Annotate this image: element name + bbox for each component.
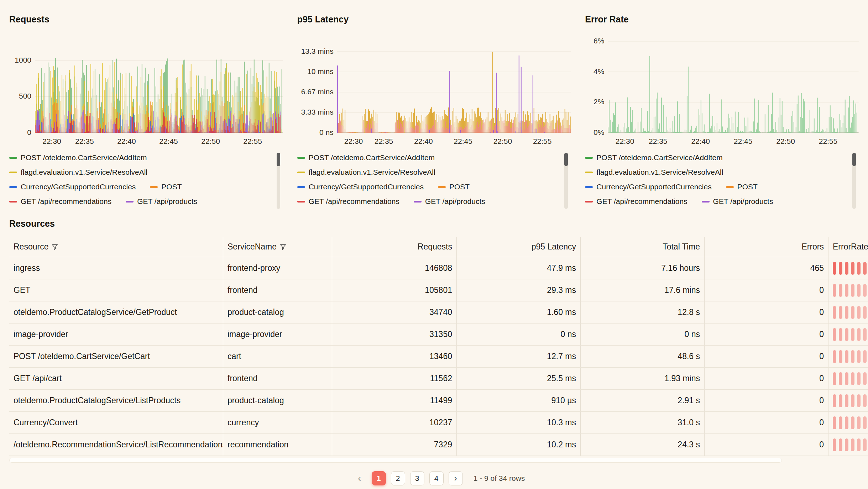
legend-item[interactable]: POST xyxy=(726,182,758,192)
page-button-2[interactable]: 2 xyxy=(391,471,405,485)
table-row[interactable]: image-providerimage-provider313500 ns0 n… xyxy=(9,324,868,346)
column-header-p95-latency[interactable]: p95 Latency xyxy=(456,237,580,257)
legend-label: POST /oteldemo.CartService/AddItem xyxy=(596,153,722,163)
page-button-4[interactable]: 4 xyxy=(429,471,444,485)
legend-item[interactable]: GET /api/products xyxy=(702,196,773,206)
legend-item[interactable]: GET /api/recommendations xyxy=(9,196,111,206)
legend-item[interactable]: flagd.evaluation.v1.Service/ResolveAll xyxy=(9,167,147,177)
legend-item[interactable]: Currency/GetSupportedCurrencies xyxy=(9,182,136,192)
legend-item[interactable]: GET /api/recommendations xyxy=(585,196,687,206)
error-plot: 22:3022:3522:4022:4522:5022:55 xyxy=(608,40,859,148)
error-legend: POST /oteldemo.CartService/AddItemflagd.… xyxy=(585,153,845,206)
resources-table-viewport: Resource ServiceName Requests p95 Latenc… xyxy=(9,237,868,456)
column-label: Errors xyxy=(801,242,824,252)
series-color-dash xyxy=(585,157,593,159)
legend-label: GET /api/products xyxy=(425,196,485,206)
y-tick-label: 1000 xyxy=(15,56,31,64)
legend-item[interactable]: GET /api/recommendations xyxy=(297,196,399,206)
sparkline-bar xyxy=(845,394,848,407)
table-row[interactable]: POST /oteldemo.CartService/GetCartcart13… xyxy=(9,346,868,368)
table-row[interactable]: Currency/Convertcurrency1023710.3 ms31.0… xyxy=(9,412,868,434)
page-button-1[interactable]: 1 xyxy=(372,471,386,485)
cell-resource: oteldemo.ProductCatalogService/ListProdu… xyxy=(9,390,223,411)
y-tick-label: 3.33 mins xyxy=(301,108,334,116)
cell-resource: ingress xyxy=(9,257,223,279)
legend-scrollbar[interactable] xyxy=(852,153,856,209)
legend-item[interactable]: Currency/GetSupportedCurrencies xyxy=(297,182,424,192)
column-header-errors[interactable]: Errors xyxy=(704,237,828,257)
scrollbar-thumb[interactable] xyxy=(564,153,568,166)
cell-total-time: 1.93 mins xyxy=(580,368,704,389)
cell-servicename: recommendation xyxy=(223,434,332,456)
column-header-errorrate[interactable]: ErrorRate xyxy=(828,237,868,257)
horizontal-scrollbar-thumb[interactable] xyxy=(9,458,782,463)
column-header-requests[interactable]: Requests xyxy=(332,237,456,257)
next-page-button[interactable]: › xyxy=(449,471,463,485)
cell-resource: Currency/Convert xyxy=(9,412,223,433)
scrollbar-thumb[interactable] xyxy=(852,153,856,166)
requests-chart[interactable] xyxy=(35,40,283,133)
legend-scrollbar[interactable] xyxy=(277,153,280,209)
x-tick-label: 22:45 xyxy=(159,137,178,146)
legend-item[interactable]: POST xyxy=(150,182,182,192)
sparkline-bar xyxy=(839,284,842,297)
filter-icon[interactable] xyxy=(280,244,286,250)
legend-item[interactable]: flagd.evaluation.v1.Service/ResolveAll xyxy=(585,167,723,177)
cell-errors: 0 xyxy=(704,324,828,345)
cell-errors: 0 xyxy=(704,390,828,411)
column-header-servicename[interactable]: ServiceName xyxy=(223,237,332,257)
sparkline-bar xyxy=(857,284,861,297)
rows-summary: 1 - 9 of 34 rows xyxy=(474,474,525,483)
dashboard-page: Requests 10005000 22:3022:3522:4022:4522… xyxy=(0,0,868,485)
legend-item[interactable]: POST /oteldemo.CartService/AddItem xyxy=(585,153,722,163)
cell-total-time: 12.8 s xyxy=(580,301,704,323)
legend-item[interactable]: POST xyxy=(438,182,470,192)
x-tick-label: 22:35 xyxy=(375,137,393,146)
legend-item[interactable]: GET /api/products xyxy=(126,196,197,206)
legend-item[interactable]: flagd.evaluation.v1.Service/ResolveAll xyxy=(297,167,435,177)
sparkline-bar xyxy=(863,306,867,319)
legend-item[interactable]: Currency/GetSupportedCurrencies xyxy=(585,182,711,192)
error-rate-chart[interactable] xyxy=(608,40,859,133)
table-row[interactable]: oteldemo.ProductCatalogService/GetProduc… xyxy=(9,301,868,324)
sparkline-bar xyxy=(839,394,842,407)
filter-icon[interactable] xyxy=(52,244,58,250)
requests-chart-panel: Requests 10005000 22:3022:3522:4022:4522… xyxy=(9,9,283,206)
legend-item[interactable]: POST /oteldemo.CartService/AddItem xyxy=(297,153,435,163)
series-color-dash xyxy=(702,201,710,203)
column-header-total-time[interactable]: Total Time xyxy=(580,237,704,257)
legend-scrollbar[interactable] xyxy=(564,153,568,209)
scrollbar-thumb[interactable] xyxy=(277,153,280,166)
x-tick-label: 22:35 xyxy=(75,137,94,146)
column-header-resource[interactable]: Resource xyxy=(9,237,223,257)
legend-item[interactable]: POST /oteldemo.CartService/AddItem xyxy=(9,153,147,163)
legend-label: flagd.evaluation.v1.Service/ResolveAll xyxy=(596,167,723,177)
cell-total-time: 7.16 hours xyxy=(580,257,704,279)
legend-label: GET /api/products xyxy=(137,196,197,206)
table-row[interactable]: oteldemo.ProductCatalogService/ListProdu… xyxy=(9,390,868,412)
column-label: p95 Latency xyxy=(532,242,576,252)
table-row[interactable]: GETfrontend10580129.3 ms17.6 mins0 xyxy=(9,279,868,301)
chart-title-requests: Requests xyxy=(9,14,283,25)
sparkline-bar xyxy=(857,306,861,319)
cell-servicename: product-catalog xyxy=(223,301,332,323)
prev-page-button[interactable]: ‹ xyxy=(352,471,367,485)
y-tick-label: 500 xyxy=(19,92,31,100)
latency-x-axis: 22:3022:3522:4022:4522:5022:55 xyxy=(337,136,571,148)
cell-servicename: product-catalog xyxy=(223,390,332,411)
table-row[interactable]: /oteldemo.RecommendationService/ListReco… xyxy=(9,434,868,456)
cell-requests: 34740 xyxy=(332,301,456,323)
horizontal-scrollbar[interactable] xyxy=(9,458,868,463)
cell-p95-latency: 29.3 ms xyxy=(456,279,580,301)
cell-servicename: frontend xyxy=(223,368,332,389)
legend-label: POST xyxy=(737,182,758,192)
cell-requests: 11499 xyxy=(332,390,456,411)
legend-item[interactable]: GET /api/products xyxy=(414,196,485,206)
table-row[interactable]: GET /api/cartfrontend1156225.5 ms1.93 mi… xyxy=(9,368,868,390)
table-row[interactable]: ingressfrontend-proxy14680847.9 ms7.16 h… xyxy=(9,257,868,279)
sparkline-bar xyxy=(839,438,842,451)
page-button-3[interactable]: 3 xyxy=(410,471,424,485)
sparkline-bar xyxy=(845,262,848,275)
series-color-dash xyxy=(585,186,593,188)
p95-latency-chart[interactable] xyxy=(337,40,571,133)
